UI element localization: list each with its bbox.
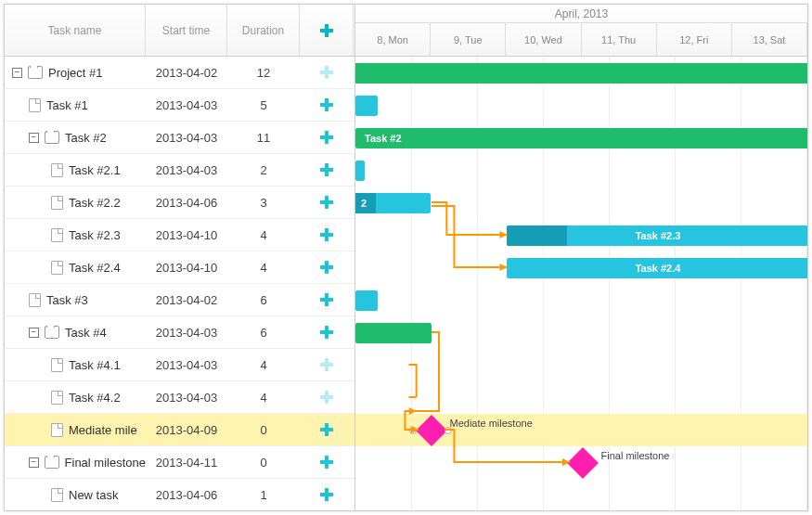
gantt-bar[interactable]	[355, 323, 432, 343]
grid-row-7[interactable]: Task #32013-04-026	[5, 284, 354, 316]
start-time-cell[interactable]: 2013-04-10	[146, 228, 227, 242]
timeline-day[interactable]: 11, Thu	[582, 23, 657, 56]
toggle-icon[interactable]: −	[12, 68, 22, 78]
toggle-icon[interactable]: −	[29, 328, 39, 338]
task-name-cell[interactable]: Task #2.4	[5, 261, 146, 275]
add-button[interactable]	[300, 195, 354, 210]
duration-cell[interactable]: 0	[227, 456, 300, 470]
task-name-cell[interactable]: Task #4.1	[5, 358, 146, 372]
gantt-bar[interactable]	[355, 161, 365, 181]
toggle-icon[interactable]: −	[29, 457, 39, 468]
gantt-bar[interactable]: 2	[355, 193, 431, 213]
header-duration[interactable]: Duration	[227, 5, 300, 56]
start-time-cell[interactable]: 2013-04-02	[146, 293, 227, 307]
gantt-bar[interactable]	[355, 290, 378, 311]
timeline-day[interactable]: 9, Tue	[431, 23, 506, 56]
add-button[interactable]	[300, 487, 354, 502]
start-time-cell[interactable]: 2013-04-03	[146, 326, 227, 340]
start-time-cell[interactable]: 2013-04-03	[146, 391, 227, 405]
add-button[interactable]	[300, 130, 354, 145]
toggle-icon[interactable]: −	[29, 133, 39, 143]
task-name-cell[interactable]: −Final milestone	[5, 456, 146, 470]
duration-cell[interactable]: 1	[227, 488, 300, 502]
start-time-cell[interactable]: 2013-04-11	[146, 456, 227, 470]
start-time-cell[interactable]: 2013-04-03	[146, 358, 227, 372]
task-name-cell[interactable]: Task #1	[5, 98, 146, 112]
start-time-cell[interactable]: 2013-04-10	[146, 261, 227, 275]
gantt-bar[interactable]: Task #2	[355, 128, 807, 148]
grid-row-5[interactable]: Task #2.32013-04-104	[5, 219, 354, 251]
milestone-handle[interactable]	[409, 427, 417, 434]
gantt-bar[interactable]: roject #1	[355, 63, 807, 84]
task-name-cell[interactable]: New task	[5, 488, 146, 502]
task-name-cell[interactable]: −Task #4	[5, 326, 146, 340]
grid-row-2[interactable]: −Task #22013-04-0311	[5, 122, 354, 154]
add-button[interactable]	[300, 162, 354, 177]
duration-cell[interactable]: 0	[227, 423, 300, 437]
timeline-body[interactable]: roject #1Task #22Task #2.3Task #2.4Media…	[355, 57, 807, 510]
grid-row-3[interactable]: Task #2.12013-04-032	[5, 154, 354, 187]
add-button[interactable]	[300, 325, 354, 340]
timeline-day[interactable]: 8, Mon	[355, 23, 431, 56]
add-button[interactable]	[300, 292, 354, 307]
task-name-cell[interactable]: Task #4.2	[5, 391, 146, 405]
add-button[interactable]	[300, 357, 354, 372]
grid-row-6[interactable]: Task #2.42013-04-104	[5, 251, 354, 284]
timeline-day[interactable]: 12, Fri	[657, 23, 732, 56]
add-button[interactable]	[300, 422, 354, 437]
add-button[interactable]	[300, 227, 354, 242]
add-button[interactable]	[300, 65, 354, 80]
duration-cell[interactable]: 6	[227, 326, 300, 340]
grid-row-11[interactable]: Mediate mile2013-04-090	[5, 414, 354, 446]
task-name-cell[interactable]: Task #2.2	[5, 196, 146, 210]
grid-row-0[interactable]: −Project #12013-04-0212	[5, 57, 354, 89]
duration-cell[interactable]: 4	[227, 391, 300, 405]
task-name-cell[interactable]: Task #2.3	[5, 228, 146, 242]
start-time-cell[interactable]: 2013-04-03	[146, 98, 227, 112]
duration-cell[interactable]: 4	[227, 261, 300, 275]
task-name-cell[interactable]: Task #2.1	[5, 163, 146, 177]
gantt-bar[interactable]: Task #2.4	[507, 258, 807, 278]
timeline-row: roject #1	[355, 57, 807, 89]
header-task-name[interactable]: Task name	[5, 5, 146, 56]
add-button[interactable]	[300, 260, 354, 275]
task-name-label: Task #4.2	[69, 391, 121, 405]
grid-row-13[interactable]: New task2013-04-061	[5, 479, 354, 511]
gantt-bar[interactable]	[355, 96, 378, 116]
add-button[interactable]	[300, 455, 354, 470]
header-start-time[interactable]: Start time	[146, 5, 227, 56]
start-time-cell[interactable]: 2013-04-06	[146, 196, 227, 210]
grid-row-12[interactable]: −Final milestone2013-04-110	[5, 446, 354, 479]
milestone-diamond[interactable]	[416, 415, 447, 446]
duration-cell[interactable]: 2	[227, 163, 300, 177]
grid-row-10[interactable]: Task #4.22013-04-034	[5, 381, 354, 414]
gantt-bar[interactable]: Task #2.3	[507, 225, 807, 246]
timeline-day[interactable]: 10, Wed	[506, 23, 581, 56]
duration-cell[interactable]: 11	[227, 131, 300, 145]
grid-row-4[interactable]: Task #2.22013-04-063	[5, 187, 354, 219]
grid-row-1[interactable]: Task #12013-04-035	[5, 89, 354, 122]
start-time-cell[interactable]: 2013-04-06	[146, 488, 227, 502]
start-time-cell[interactable]: 2013-04-02	[146, 66, 227, 80]
grid-row-9[interactable]: Task #4.12013-04-034	[5, 349, 354, 381]
task-name-cell[interactable]: −Task #2	[5, 131, 146, 145]
header-add[interactable]	[300, 5, 354, 56]
add-button[interactable]	[300, 390, 354, 405]
milestone-diamond[interactable]	[567, 447, 599, 479]
duration-cell[interactable]: 4	[227, 358, 300, 372]
add-button[interactable]	[300, 97, 354, 112]
duration-cell[interactable]: 3	[227, 196, 300, 210]
start-time-cell[interactable]: 2013-04-03	[146, 131, 227, 145]
duration-cell[interactable]: 5	[227, 98, 300, 112]
start-time-cell[interactable]: 2013-04-03	[146, 163, 227, 177]
timeline-day[interactable]: 13, Sat	[732, 23, 807, 56]
task-name-cell[interactable]: Mediate mile	[5, 423, 146, 437]
timeline-row	[355, 284, 807, 316]
start-time-cell[interactable]: 2013-04-09	[146, 423, 227, 437]
task-name-cell[interactable]: Task #3	[5, 293, 146, 307]
grid-row-8[interactable]: −Task #42013-04-036	[5, 316, 354, 349]
duration-cell[interactable]: 6	[227, 293, 300, 307]
duration-cell[interactable]: 12	[227, 66, 300, 80]
duration-cell[interactable]: 4	[227, 228, 300, 242]
task-name-cell[interactable]: −Project #1	[5, 66, 146, 80]
